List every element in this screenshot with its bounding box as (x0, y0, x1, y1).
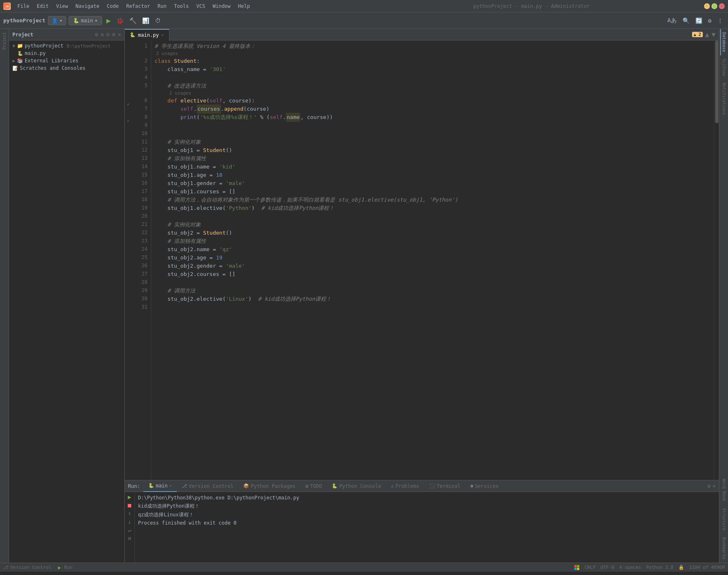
eq-3: = (200, 65, 209, 74)
self-8: self (270, 113, 283, 122)
code-line-31 (155, 303, 711, 311)
tree-main-py[interactable]: 🐍 main.py (9, 50, 124, 57)
scrollbar-thumb[interactable] (715, 40, 718, 123)
code-line-21: # 实例化对象 (155, 221, 711, 229)
tab-close-icon[interactable]: ✕ (162, 33, 164, 37)
linenum-4: 4 (133, 74, 148, 82)
paren-8a: ( (197, 113, 200, 122)
debug-button[interactable]: 🐞 (115, 16, 125, 26)
menu-file[interactable]: File (14, 2, 33, 10)
eq-14: = (209, 163, 219, 171)
svg-rect-3 (577, 565, 580, 568)
project-tab-label[interactable]: Project (2, 31, 7, 51)
eq-17: = [] (219, 188, 236, 196)
menu-window[interactable]: Window (209, 2, 234, 10)
stop-button[interactable]: ■ (128, 502, 131, 508)
menu-view[interactable]: View (53, 2, 71, 10)
status-run-label: Run (64, 565, 73, 570)
packages-tab-label: Python Packages (251, 483, 295, 489)
menu-refactor[interactable]: Refactor (123, 2, 153, 10)
wrap-button[interactable]: ↵ (128, 527, 131, 533)
code-editor[interactable]: ⚡ ⚡ 1 2 3 4 5 6 7 8 9 10 1 (125, 40, 719, 480)
minimize-button[interactable]: ─ (704, 3, 710, 9)
bookmarks-button[interactable]: Bookmarks (720, 534, 727, 563)
status-lock-icon[interactable]: 🔒 (678, 565, 684, 570)
translate-icon[interactable]: Aあ (666, 15, 678, 26)
comment-23: # 添加独有属性 (155, 237, 206, 246)
status-python-version[interactable]: Python 3.8 (646, 565, 673, 570)
menu-code[interactable]: Code (104, 2, 122, 10)
windows-logo-icon (574, 565, 580, 570)
branch-button[interactable]: 🐍 main ▾ (69, 16, 102, 25)
editor-scrollbar[interactable] (714, 40, 719, 480)
bottom-tab-terminal[interactable]: ⬛ Terminal (424, 480, 466, 492)
code-content[interactable]: # 学生选课系统 Version 4 最终版本： 2 usages class … (151, 40, 714, 480)
project-collapse-icon[interactable]: ⊟ (107, 31, 110, 38)
vc-icon: ⎇ (182, 483, 187, 489)
database-panel-button[interactable]: Database (720, 29, 727, 55)
more-icon[interactable]: ⋮ (716, 16, 725, 26)
profile-button[interactable]: 👤 ▾ (48, 16, 66, 25)
branch-name: main (81, 18, 93, 24)
bottom-tab-version-control[interactable]: ⎇ Version Control (177, 480, 238, 492)
scroll-up-run-button[interactable]: ↑ (128, 510, 131, 517)
bottom-tab-todo[interactable]: ☑ TODO (301, 480, 327, 492)
structure-button[interactable]: Structure (720, 505, 727, 534)
bottom-settings-button[interactable]: ⚙ (707, 483, 711, 489)
sciview-panel-button[interactable]: SciView (720, 55, 727, 79)
main-py-tab[interactable]: 🐍 main.py ✕ (125, 29, 169, 40)
menu-edit[interactable]: Edit (33, 2, 52, 10)
status-line-col[interactable]: 1104 of 4096M (689, 565, 725, 570)
word-book-button[interactable]: Word Book (720, 475, 727, 504)
coverage-button[interactable]: 📊 (140, 16, 151, 26)
scroll-down-icon[interactable]: ▼ (711, 31, 716, 38)
rerun-button[interactable]: ▶ (128, 494, 131, 500)
tree-root-folder[interactable]: ▼ 📁 pythonProject D:\pythonProject (9, 42, 124, 50)
scroll-down-run-button[interactable]: ↓ (128, 518, 131, 525)
num-18: 18 (216, 171, 223, 180)
run-tab-close[interactable]: ✕ (169, 483, 172, 488)
bottom-tab-python-console[interactable]: 🐍 Python Console (327, 480, 386, 492)
var-14: stu_obj1.name (167, 163, 209, 171)
build-button[interactable]: 🔨 (128, 16, 138, 26)
project-close-icon[interactable]: ✕ (118, 31, 121, 38)
notifications-button[interactable]: Notifications (720, 79, 727, 118)
indent-25 (155, 254, 167, 262)
bottom-close-button[interactable]: ✕ (712, 483, 716, 489)
bottom-tab-run[interactable]: 🐍 main ✕ (143, 480, 177, 492)
status-encoding[interactable]: UTF-8 (601, 565, 614, 570)
maximize-button[interactable]: □ (711, 3, 717, 9)
tree-external-libs[interactable]: ▶ 📚 External Libraries (9, 57, 124, 64)
bottom-tab-problems[interactable]: ⚠ Problems (386, 480, 424, 492)
run-button[interactable]: ▶ (105, 15, 112, 26)
comment-29: # 调用方法 (155, 287, 195, 295)
profile-run-button[interactable]: ⏱ (153, 16, 162, 26)
settings-icon[interactable]: ⚙ (707, 16, 713, 26)
update-icon[interactable]: 🔄 (694, 16, 704, 26)
classname-student: Student (174, 57, 197, 66)
search-toolbar-icon[interactable]: 🔍 (681, 16, 691, 26)
menu-tools[interactable]: Tools (171, 2, 192, 10)
project-settings-icon[interactable]: ⚙ (95, 31, 98, 38)
soft-wrap-button[interactable]: ≡ (128, 535, 131, 542)
status-vcs[interactable]: ⎇ Version Control (3, 565, 51, 570)
bottom-tab-services[interactable]: ⚙ Services (466, 480, 504, 492)
menu-navigate[interactable]: Navigate (72, 2, 103, 10)
tree-scratches[interactable]: 📝 Scratches and Consoles (9, 64, 124, 72)
status-indent[interactable]: 4 spaces (619, 565, 641, 570)
project-gear-icon[interactable]: ⚙ (112, 31, 115, 38)
project-sync-icon[interactable]: ⇅ (101, 31, 104, 38)
menu-run[interactable]: Run (154, 2, 170, 10)
menu-help[interactable]: Help (235, 2, 253, 10)
scratches-label: Scratches and Consoles (20, 65, 86, 71)
status-run[interactable]: ▶ Run (56, 564, 72, 571)
scroll-up-icon[interactable]: ▲ (705, 31, 709, 38)
tabs-more-button[interactable]: ▲ 2 ▲ ▼ (689, 31, 719, 38)
bottom-tab-python-packages[interactable]: 📦 Python Packages (238, 480, 300, 492)
code-line-7: self.courses.append(course) (155, 105, 711, 113)
status-windows[interactable] (574, 565, 580, 570)
status-crlf[interactable]: CRLF (585, 565, 596, 570)
run-label: Run: (128, 483, 140, 489)
menu-vcs[interactable]: VCS (193, 2, 209, 10)
close-button[interactable]: ✕ (719, 3, 725, 9)
